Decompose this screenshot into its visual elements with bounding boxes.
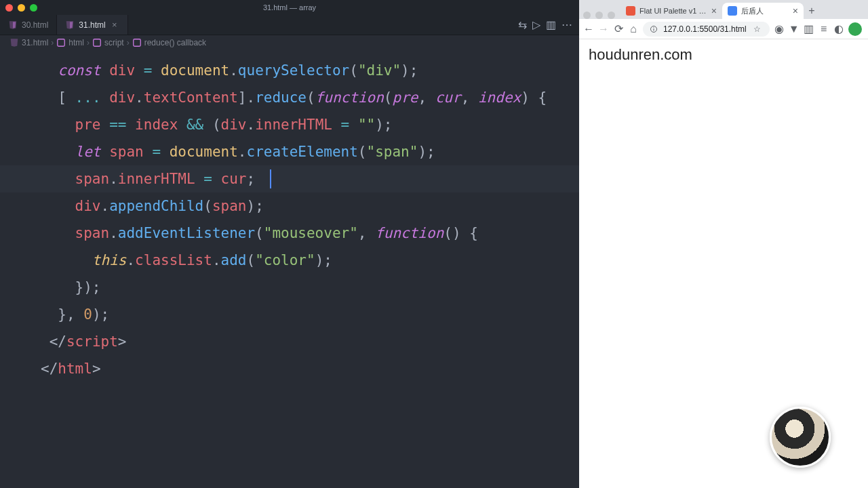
editor-tabs: 30.html 31.html × ⇆ ▷ ▥ ⋯ — [0, 15, 579, 35]
run-icon[interactable]: ▷ — [532, 18, 540, 31]
editor-tab-30[interactable]: 30.html — [0, 15, 57, 35]
breadcrumb-file[interactable]: 31.html — [9, 38, 48, 47]
svg-rect-2 — [133, 39, 140, 47]
close-icon[interactable]: × — [793, 5, 798, 16]
vscode-window: 31.html — array 30.html 31.html × ⇆ ▷ ▥ — [0, 0, 579, 488]
more-actions-icon[interactable]: ⋯ — [561, 18, 572, 31]
symbol-icon — [56, 38, 66, 47]
breadcrumb-item[interactable]: script — [92, 38, 124, 47]
favicon-icon — [626, 6, 635, 16]
code-line: span.innerHTML = cur; — [41, 165, 579, 192]
code-line: span.addEventListener("mouseover", funct… — [41, 220, 579, 247]
code-line: </script> — [41, 328, 579, 355]
window-zoom-button[interactable] — [30, 4, 37, 12]
vscode-titlebar: 31.html — array — [0, 0, 579, 15]
caret — [270, 169, 271, 188]
chevron-right-icon: › — [127, 38, 130, 47]
breadcrumb-item[interactable]: reduce() callback — [132, 38, 206, 47]
code-line: }); — [41, 274, 579, 301]
code-line: let span = document.createElement("span"… — [41, 138, 579, 165]
extension-icon[interactable]: ▼ — [789, 24, 800, 35]
extension-icon[interactable]: ≡ — [818, 24, 829, 35]
editor-tab-31[interactable]: 31.html × — [57, 15, 127, 35]
chrome-tab-label: 后盾人 — [741, 6, 764, 16]
code-line: this.classList.add("color"); — [41, 247, 579, 274]
new-tab-button[interactable]: + — [804, 3, 820, 19]
site-info-icon[interactable] — [650, 25, 658, 33]
address-bar[interactable]: 127.0.0.1:5500/31.html ☆ — [643, 22, 770, 37]
code-editor[interactable]: const div = document.querySelector("div"… — [0, 50, 579, 488]
code-line: }, 0); — [41, 301, 579, 328]
window-minimize-button[interactable] — [18, 4, 25, 12]
extension-icon[interactable]: ▥ — [804, 24, 814, 35]
chrome-toolbar: ← → ⟳ ⌂ 127.0.0.1:5500/31.html ☆ ◉ ▼ ▥ ≡… — [579, 19, 868, 39]
chrome-tab[interactable]: Flat UI Palette v1 | Flat UI C… × — [620, 3, 722, 19]
svg-rect-4 — [654, 28, 654, 31]
code-line: </html> — [41, 355, 579, 382]
chrome-window: Flat UI Palette v1 | Flat UI C… × 后盾人 × … — [579, 0, 868, 488]
chevron-right-icon: › — [51, 38, 54, 47]
home-icon[interactable]: ⌂ — [628, 24, 639, 35]
close-icon[interactable]: × — [110, 20, 119, 30]
window-minimize-button[interactable] — [595, 12, 603, 19]
forward-icon[interactable]: → — [598, 24, 609, 35]
page-title: houdunren.com — [589, 46, 868, 64]
profile-avatar[interactable] — [848, 22, 862, 36]
chrome-tab-label: Flat UI Palette v1 | Flat UI C… — [639, 7, 707, 15]
window-zoom-button[interactable] — [608, 12, 615, 19]
compare-icon[interactable]: ⇆ — [518, 18, 527, 31]
window-close-button[interactable] — [583, 12, 591, 19]
editor-tab-label: 30.html — [22, 20, 48, 30]
code-line: pre == index && (div.innerHTML = ""); — [41, 111, 579, 138]
breadcrumb-item[interactable]: html — [56, 38, 84, 47]
reload-icon[interactable]: ⟳ — [613, 24, 624, 35]
svg-rect-0 — [58, 39, 65, 47]
symbol-icon — [132, 38, 142, 47]
webcam-overlay — [770, 407, 831, 468]
split-editor-icon[interactable]: ▥ — [546, 18, 556, 31]
window-title: 31.html — array — [263, 3, 316, 12]
back-icon[interactable]: ← — [583, 24, 594, 35]
favicon-icon — [728, 6, 737, 16]
code-line: div.appendChild(span); — [41, 192, 579, 220]
url-text: 127.0.0.1:5500/31.html — [663, 24, 747, 34]
breadcrumb: 31.html › html › script › reduce() callb… — [0, 35, 579, 50]
svg-rect-5 — [654, 27, 654, 28]
svg-rect-1 — [94, 39, 101, 47]
window-close-button[interactable] — [5, 4, 13, 12]
code-line: const div = document.querySelector("div"… — [41, 57, 579, 84]
star-icon[interactable]: ☆ — [752, 24, 763, 35]
chrome-tab-active[interactable]: 后盾人 × — [722, 3, 804, 19]
chevron-right-icon: › — [87, 38, 90, 47]
editor-tab-label: 31.html — [79, 20, 105, 30]
html-file-icon — [9, 38, 19, 47]
chrome-tabstrip: Flat UI Palette v1 | Flat UI C… × 后盾人 × … — [579, 0, 868, 19]
close-icon[interactable]: × — [711, 5, 717, 16]
extension-icon[interactable]: ◉ — [774, 24, 785, 35]
extension-icon[interactable]: ◐ — [833, 24, 844, 35]
code-line: [ ... div.textContent].reduce(function(p… — [41, 84, 579, 111]
html-file-icon — [65, 20, 75, 30]
symbol-icon — [92, 38, 102, 47]
html-file-icon — [8, 20, 18, 30]
